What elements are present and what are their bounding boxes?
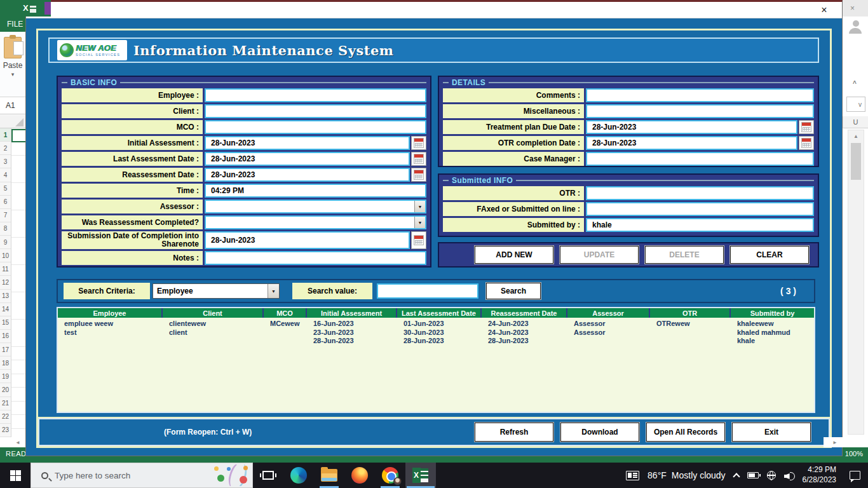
form-title-bar[interactable]: × [26, 2, 842, 18]
calendar-icon[interactable] [411, 136, 426, 150]
submitted-by-input[interactable]: khale [586, 218, 814, 232]
row-header-20[interactable]: 20 [0, 383, 11, 396]
chevron-down-icon[interactable]: ▼ [268, 284, 279, 298]
exit-button[interactable]: Exit [732, 423, 811, 442]
time-input[interactable]: 04:29 PM [205, 184, 426, 198]
row-header-16[interactable]: 16 [0, 330, 11, 343]
download-button[interactable]: Download [560, 423, 639, 442]
network-icon[interactable] [767, 471, 776, 480]
row-header-6[interactable]: 6 [0, 196, 11, 209]
search-value-input[interactable] [377, 283, 478, 299]
row-header-14[interactable]: 14 [0, 303, 11, 316]
client-input[interactable] [205, 104, 426, 118]
column-header-last-assessment-date[interactable]: Last Assessment Date [397, 308, 480, 318]
notes-input[interactable] [205, 251, 426, 265]
last-assessment-date-input[interactable]: 28-Jun-2023 [205, 152, 410, 166]
row-header-9[interactable]: 9 [0, 236, 11, 249]
weather-widget[interactable]: 86°F Mostly cloudy [648, 470, 726, 480]
calendar-icon[interactable] [411, 231, 426, 249]
assessor-input[interactable]: ▼ [205, 200, 426, 214]
column-header-employee[interactable]: Employee [58, 308, 161, 318]
row-header-10[interactable]: 10 [0, 249, 11, 262]
was-reassessment-completed-input[interactable]: ▼ [205, 215, 426, 229]
select-all-corner[interactable] [15, 118, 24, 126]
update-button[interactable]: UPDATE [560, 246, 639, 264]
calendar-icon[interactable] [411, 152, 426, 166]
treatment-plan-due-date-input[interactable]: 28-Jun-2023 [586, 120, 797, 134]
scroll-up-icon[interactable]: ▲ [848, 130, 864, 142]
row-header-17[interactable]: 17 [0, 343, 11, 356]
employee-input[interactable] [205, 88, 426, 102]
table-row[interactable]: 28-Jun-202328-Jun-202328-Jun-2023khale [58, 337, 814, 346]
column-header-assessor[interactable]: Assessor [567, 308, 649, 318]
search-criteria-select[interactable]: Employee ▼ [153, 283, 280, 299]
calendar-icon[interactable] [799, 120, 814, 134]
column-header-initial-assessment[interactable]: Initial Assessment [307, 308, 396, 318]
column-header-otr[interactable]: OTR [650, 308, 729, 318]
chrome-button[interactable] [375, 463, 405, 488]
excel-file-tab[interactable]: FILE [0, 17, 28, 32]
clear-button[interactable]: CLEAR [730, 246, 809, 264]
row-header-19[interactable]: 19 [0, 370, 11, 383]
excel-close-icon[interactable]: × [843, 0, 868, 17]
paste-icon[interactable] [4, 37, 22, 58]
volume-icon[interactable] [784, 471, 794, 480]
row-header-5[interactable]: 5 [0, 182, 11, 196]
comments-input[interactable] [586, 88, 814, 102]
tray-chevron-icon[interactable] [733, 473, 740, 480]
mco-input[interactable] [205, 120, 426, 134]
column-header-reassessment-date[interactable]: Reassessment Date [482, 308, 566, 318]
column-header-mco[interactable]: MCO [264, 308, 306, 318]
table-row[interactable]: empluee weewclientewewMCewew16-Jun-20230… [58, 320, 814, 329]
taskbar-clock[interactable]: 4:29 PM 6/28/2023 [803, 465, 836, 485]
task-view-button[interactable] [253, 463, 283, 488]
ribbon-collapse-icon[interactable]: ^ [853, 80, 857, 87]
column-header-u[interactable]: U [843, 116, 868, 128]
zoom-level[interactable]: 100% [845, 450, 863, 458]
action-center-icon[interactable] [850, 471, 860, 480]
row-header-11[interactable]: 11 [0, 262, 11, 276]
otr-completion-date-input[interactable]: 28-Jun-2023 [586, 136, 797, 150]
scrollbar-thumb[interactable] [851, 143, 861, 180]
add-new-button[interactable]: ADD NEW [475, 246, 553, 264]
case-manager-input[interactable] [586, 152, 814, 166]
excel-name-box[interactable]: A1 [0, 97, 25, 114]
chevron-down-icon[interactable]: ▼ [414, 201, 425, 212]
column-header-client[interactable]: Client [163, 308, 262, 318]
open-all-records-button[interactable]: Open All Records [646, 423, 725, 442]
table-row[interactable]: testclient23-Jun-202330-Jun-202324-Jun-2… [58, 329, 814, 337]
row-header-12[interactable]: 12 [0, 276, 11, 289]
delete-button[interactable]: DELETE [645, 246, 724, 264]
calendar-icon[interactable] [799, 136, 814, 150]
row-header-3[interactable]: 3 [0, 155, 11, 168]
row-header-23[interactable]: 23 [0, 424, 11, 437]
submission-date-of-completion-into-sharenote-input[interactable]: 28-Jun-2023 [205, 231, 410, 249]
chevron-down-icon[interactable]: ▼ [414, 217, 425, 228]
start-button[interactable] [0, 463, 31, 488]
reassessment-date-input[interactable]: 28-Jun-2023 [205, 168, 410, 182]
file-explorer-button[interactable] [314, 463, 344, 488]
user-avatar-icon[interactable] [849, 20, 863, 34]
initial-assessment-input[interactable]: 28-Jun-2023 [205, 136, 410, 150]
vertical-scrollbar[interactable]: ▲ [848, 130, 864, 435]
edge-button[interactable] [283, 463, 314, 488]
miscellaneous-input[interactable] [586, 104, 814, 118]
refresh-button[interactable]: Refresh [475, 423, 553, 442]
column-header-submitted-by[interactable]: Submitted by [731, 308, 814, 318]
calendar-icon[interactable] [411, 168, 426, 182]
row-header-4[interactable]: 4 [0, 168, 11, 182]
taskbar-search[interactable]: Type here to search [31, 463, 253, 488]
ribbon-combo-arrow-icon[interactable]: v [846, 97, 865, 112]
row-header-18[interactable]: 18 [0, 356, 11, 370]
row-header-21[interactable]: 21 [0, 397, 11, 410]
active-cell-a1[interactable] [11, 129, 27, 142]
row-header-2[interactable]: 2 [0, 142, 11, 155]
firefox-button[interactable] [344, 463, 375, 488]
faxed-or-submitted-on-line-input[interactable] [586, 202, 814, 216]
battery-icon[interactable] [747, 472, 759, 478]
row-header-13[interactable]: 13 [0, 290, 11, 303]
excel-taskbar-button[interactable]: X [405, 463, 436, 488]
sheet-scroll-left-icon[interactable]: ◄ [0, 437, 25, 447]
row-header-7[interactable]: 7 [0, 209, 11, 222]
otr-input[interactable] [586, 186, 814, 200]
